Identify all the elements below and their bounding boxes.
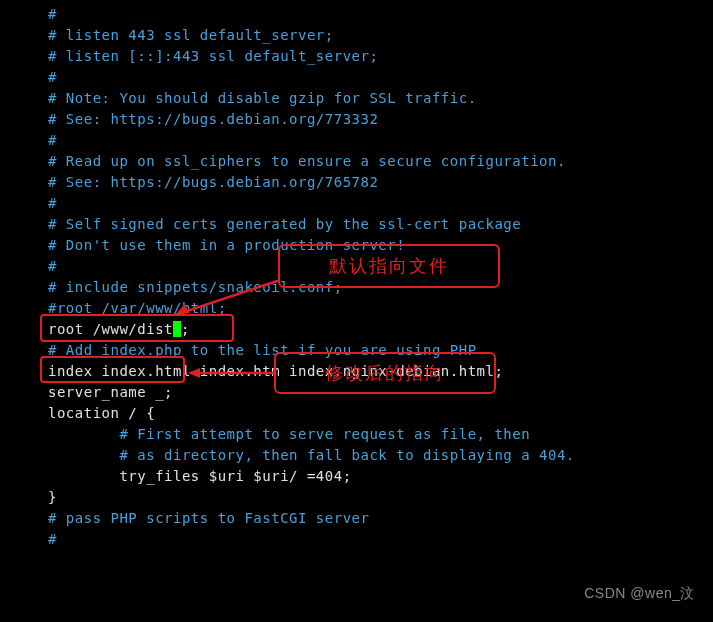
watermark: CSDN @wen_汶: [584, 583, 695, 604]
config-line: #: [48, 130, 713, 151]
config-line: # See: https://bugs.debian.org/773332: [48, 109, 713, 130]
config-line: # First attempt to serve request as file…: [48, 424, 713, 445]
config-line: #: [48, 529, 713, 550]
config-line: # listen [::]:443 ssl default_server;: [48, 46, 713, 67]
config-line: # Self signed certs generated by the ssl…: [48, 214, 713, 235]
config-line: #: [48, 4, 713, 25]
config-line: #: [48, 67, 713, 88]
annotation-default-path: 默认指向文件: [278, 244, 500, 288]
annotation-modified-path: 修改后的指向: [274, 352, 496, 394]
config-line: # See: https://bugs.debian.org/765782: [48, 172, 713, 193]
config-line: #: [48, 193, 713, 214]
config-line: try_files $uri $uri/ =404;: [48, 466, 713, 487]
config-line: # pass PHP scripts to FastCGI server: [48, 508, 713, 529]
config-line: }: [48, 487, 713, 508]
config-line: # Read up on ssl_ciphers to ensure a sec…: [48, 151, 713, 172]
config-line: # Note: You should disable gzip for SSL …: [48, 88, 713, 109]
annotation-label: 修改后的指向: [325, 360, 445, 387]
config-line: # as directory, then fall back to displa…: [48, 445, 713, 466]
annotation-label: 默认指向文件: [329, 253, 449, 280]
config-line: location / {: [48, 403, 713, 424]
highlight-modified-root: [40, 356, 185, 383]
config-line: # listen 443 ssl default_server;: [48, 25, 713, 46]
highlight-original-root: [40, 314, 234, 342]
